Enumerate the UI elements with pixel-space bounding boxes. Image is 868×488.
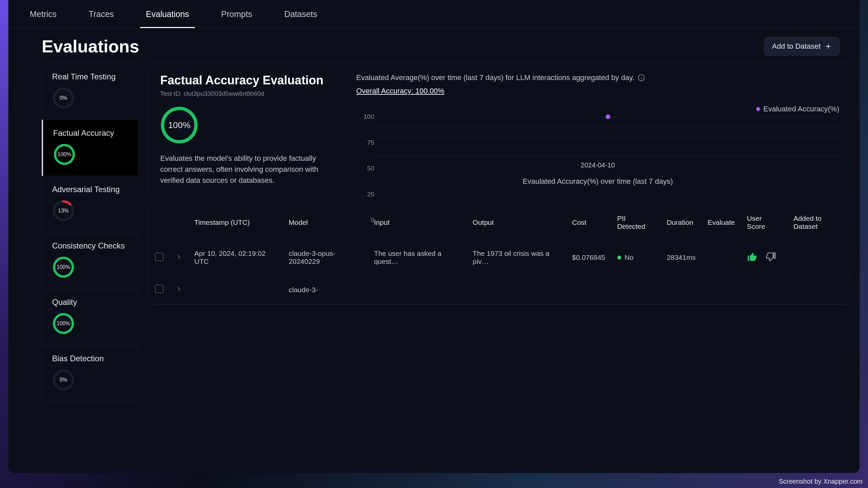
chevron-right-icon[interactable] — [176, 286, 182, 292]
cell-cost — [566, 275, 611, 304]
progress-text: 0% — [52, 368, 75, 391]
col-header: Duration — [661, 205, 702, 240]
progress-text: 0% — [52, 87, 75, 109]
progress-ring: 100% — [53, 143, 76, 166]
eval-description: Evaluates the model's ability to provide… — [160, 153, 331, 186]
page-title: Evaluations — [42, 36, 139, 56]
eval-sidebar: Real Time Testing0%Factual Accuracy100%A… — [42, 63, 138, 464]
sidebar-item-quality[interactable]: Quality100% — [42, 289, 138, 345]
y-tick-label: 25 — [356, 191, 374, 198]
screenshot-credit: Screenshot by Xnapper.com — [779, 478, 863, 485]
tab-datasets[interactable]: Datasets — [278, 4, 323, 28]
col-header: Model — [283, 205, 368, 240]
y-tick-label: 75 — [356, 139, 374, 147]
cell-duration: 28341ms — [661, 240, 702, 275]
col-header: User Score — [741, 205, 787, 240]
cell-input — [368, 275, 466, 304]
x-tick-label: 2024-04-10 — [581, 161, 615, 169]
chart-area: 02550751002024-04-10 — [356, 117, 839, 176]
progress-ring: 0% — [52, 87, 75, 109]
sidebar-item-label: Consistency Checks — [52, 241, 129, 251]
col-header: Added to Dataset — [787, 205, 850, 240]
app-shell: Metrics Traces Evaluations Prompts Datas… — [8, 0, 860, 473]
sidebar-item-consistency-checks[interactable]: Consistency Checks100% — [42, 232, 138, 289]
sidebar-item-label: Adversarial Testing — [52, 185, 129, 194]
chart-legend: Evaluated Accuracy(%) — [756, 105, 839, 113]
results-table: Timestamp (UTC)ModelInputOutputCostPII D… — [149, 205, 850, 304]
cell-output — [467, 275, 566, 304]
col-header — [169, 205, 188, 240]
hero-left: Factual Accuracy Evaluation Test ID: clu… — [160, 73, 331, 186]
thumbs-up-icon[interactable] — [747, 252, 757, 264]
progress-ring: 0% — [52, 368, 75, 391]
chart-data-point[interactable] — [606, 115, 610, 119]
progress-text: 100% — [53, 143, 76, 166]
add-to-dataset-label: Add to Dataset — [772, 42, 820, 51]
sidebar-item-label: Real Time Testing — [52, 72, 129, 82]
overall-accuracy: Overall Accuracy: 100.00% — [356, 87, 839, 95]
cell-input: The user has asked a quest… — [368, 240, 466, 275]
legend-label: Evaluated Accuracy(%) — [764, 105, 839, 113]
table-row[interactable]: Apr 10, 2024, 02:19:02 UTCclaude-3-opus-… — [149, 240, 850, 275]
sidebar-item-real-time-testing[interactable]: Real Time Testing0% — [42, 63, 138, 120]
cell-added-to-dataset — [787, 240, 850, 275]
info-icon[interactable] — [638, 74, 645, 82]
sidebar-item-label: Factual Accuracy — [53, 128, 129, 138]
tab-traces[interactable]: Traces — [83, 4, 120, 28]
chart-caption: Evaulated Accuracy(%) over time (last 7 … — [356, 177, 839, 186]
tab-evaluations[interactable]: Evaluations — [140, 4, 195, 28]
cell-model: claude-3- — [283, 275, 368, 304]
chevron-right-icon[interactable] — [176, 254, 182, 260]
y-tick-label: 0 — [356, 217, 374, 224]
cell-timestamp: Apr 10, 2024, 02:19:02 UTC — [188, 240, 283, 275]
add-to-dataset-button[interactable]: Add to Dataset — [764, 37, 840, 56]
eval-title: Factual Accuracy Evaluation — [160, 73, 331, 87]
y-tick-label: 100 — [356, 113, 374, 121]
col-header: Cost — [566, 205, 611, 240]
row-checkbox[interactable] — [155, 285, 163, 293]
col-header: Input — [368, 205, 466, 240]
status-dot-icon — [617, 256, 621, 260]
col-header: Timestamp (UTC) — [188, 205, 283, 240]
page-header: Evaluations Add to Dataset — [8, 28, 860, 63]
row-checkbox[interactable] — [155, 253, 163, 261]
tab-metrics[interactable]: Metrics — [24, 4, 63, 28]
top-nav-tabs: Metrics Traces Evaluations Prompts Datas… — [8, 0, 860, 28]
hero-card: Factual Accuracy Evaluation Test ID: clu… — [149, 63, 851, 196]
chart-header: Evaluated Average(%) over time (last 7 d… — [356, 73, 839, 82]
progress-text: 100% — [52, 256, 75, 279]
progress-ring: 100% — [52, 312, 75, 335]
y-tick-label: 50 — [356, 165, 374, 172]
progress-text: 100% — [52, 312, 75, 335]
cell-duration — [661, 275, 702, 304]
sidebar-item-label: Bias Detection — [52, 354, 129, 363]
table-row[interactable]: claude-3- — [149, 275, 850, 304]
progress-ring: 100% — [52, 256, 75, 279]
results-table-card: Timestamp (UTC)ModelInputOutputCostPII D… — [149, 205, 851, 305]
tab-prompts[interactable]: Prompts — [215, 4, 258, 28]
sidebar-item-bias-detection[interactable]: Bias Detection0% — [42, 345, 138, 401]
progress-text: 13% — [52, 199, 75, 222]
pii-cell: No — [617, 254, 655, 261]
hero-ring-text: 100% — [160, 106, 198, 144]
cell-evaluate — [702, 240, 741, 275]
thumbs-down-icon[interactable] — [766, 252, 776, 264]
col-header: Evaluate — [702, 205, 741, 240]
sidebar-item-factual-accuracy[interactable]: Factual Accuracy100% — [42, 120, 138, 176]
content: Factual Accuracy Evaluation Test ID: clu… — [149, 63, 851, 464]
main-body: Real Time Testing0%Factual Accuracy100%A… — [8, 63, 860, 473]
cell-output: The 1973 oil crisis was a piv… — [467, 240, 566, 275]
col-header: PII Detected — [611, 205, 661, 240]
cell-timestamp — [188, 275, 283, 304]
cell-cost: $0.076845 — [566, 240, 611, 275]
sidebar-item-adversarial-testing[interactable]: Adversarial Testing13% — [42, 176, 138, 232]
cell-evaluate — [702, 275, 741, 304]
cell-added-to-dataset — [787, 275, 850, 304]
progress-ring: 13% — [52, 199, 75, 222]
sidebar-item-label: Quality — [52, 297, 129, 307]
test-id: Test ID: clut3pu33003d5wwi6rt8b60d — [160, 90, 331, 97]
hero-accuracy-ring: 100% — [160, 106, 198, 144]
chart-panel: Evaluated Average(%) over time (last 7 d… — [344, 73, 839, 186]
col-header: Output — [467, 205, 566, 240]
legend-dot-icon — [756, 107, 760, 111]
